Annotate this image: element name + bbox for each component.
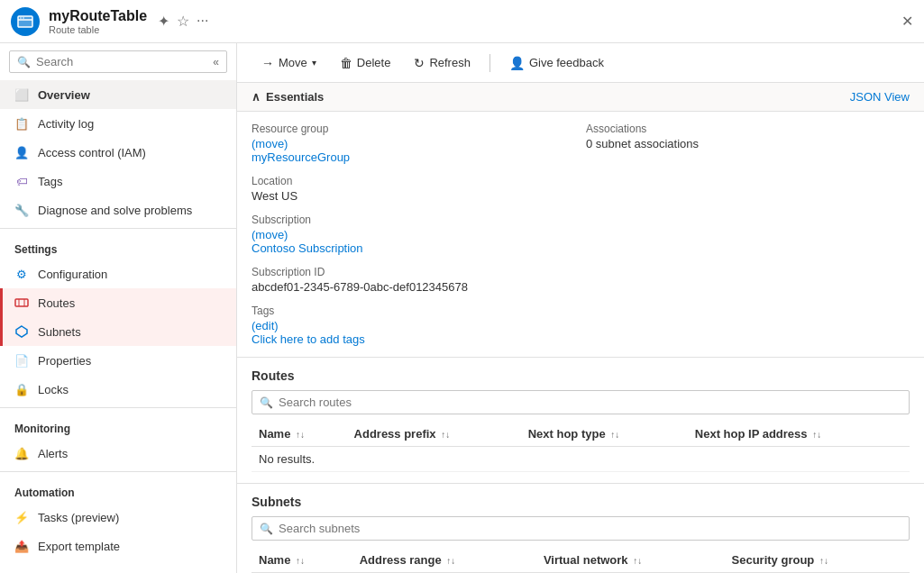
routes-col-name: Name ↑↓ [252, 422, 347, 447]
subnets-col-vnet: Virtual network ↑↓ [536, 548, 725, 573]
sidebar-item-locks[interactable]: 🔒 Locks [0, 375, 236, 404]
sidebar-item-alerts[interactable]: 🔔 Alerts [0, 439, 236, 468]
close-button[interactable]: ✕ [901, 13, 913, 30]
subnets-sort-sg[interactable]: ↑↓ [819, 556, 828, 566]
title-bar: myRouteTable Route table ✦ ☆ ··· ✕ [0, 0, 924, 43]
routes-table-header: Name ↑↓ Address prefix ↑↓ Next hop type … [252, 422, 910, 447]
move-button[interactable]: → Move ▾ [252, 50, 326, 76]
star-icon[interactable]: ☆ [177, 13, 189, 30]
resource-type: Route table [49, 24, 147, 35]
alerts-label: Alerts [38, 447, 68, 460]
routes-icon [14, 296, 29, 310]
divider-monitoring [0, 407, 236, 408]
routes-sort-name[interactable]: ↑↓ [296, 430, 305, 440]
routes-search-input[interactable] [279, 396, 901, 409]
properties-icon: 📄 [14, 353, 29, 368]
svg-point-3 [20, 17, 22, 19]
json-view-link[interactable]: JSON View [850, 90, 910, 104]
search-input[interactable] [36, 55, 213, 68]
subnets-sort-range[interactable]: ↑↓ [446, 556, 455, 566]
subnets-sort-name[interactable]: ↑↓ [296, 556, 305, 566]
routes-table: Name ↑↓ Address prefix ↑↓ Next hop type … [252, 422, 910, 472]
properties-label: Properties [38, 354, 91, 368]
feedback-button[interactable]: 👤 Give feedback [499, 50, 614, 76]
tags-value: (edit) Click here to add tags [252, 319, 575, 346]
tasks-label: Tasks (preview) [38, 511, 119, 524]
sidebar-item-tags[interactable]: 🏷 Tags [0, 167, 236, 196]
automation-label: Automation [0, 476, 236, 503]
sidebar-item-export-template[interactable]: 📤 Export template [0, 532, 236, 560]
resource-group-move-link[interactable]: (move) [252, 137, 288, 150]
essentials-header: ∧ Essentials JSON View [237, 83, 924, 112]
delete-button[interactable]: 🗑 Delete [330, 50, 401, 76]
refresh-label: Refresh [429, 56, 471, 69]
access-control-label: Access control (IAM) [38, 146, 146, 159]
divider-settings [0, 228, 236, 229]
tags-icon: 🏷 [14, 174, 29, 188]
refresh-button[interactable]: ↻ Refresh [404, 50, 480, 76]
sidebar-item-routes[interactable]: Routes [0, 288, 236, 317]
subnets-col-sg: Security group ↑↓ [725, 548, 910, 573]
export-icon: 📤 [14, 539, 29, 553]
subnets-sort-vnet[interactable]: ↑↓ [633, 556, 642, 566]
export-label: Export template [38, 540, 120, 553]
subscription-label: Subscription [252, 214, 575, 226]
tags-edit-link[interactable]: (edit) [252, 319, 279, 332]
subscription-move-link[interactable]: (move) [252, 228, 288, 241]
sidebar-item-overview[interactable]: ⬜ Overview [0, 80, 236, 109]
content-area: → Move ▾ 🗑 Delete ↻ Refresh 👤 Give feedb… [237, 43, 924, 573]
essentials-title: ∧ Essentials [252, 90, 324, 104]
subscription-link[interactable]: Contoso Subscription [252, 241, 363, 255]
empty-right [586, 175, 910, 203]
sidebar-item-activity-log[interactable]: 📋 Activity log [0, 109, 236, 138]
routes-search-field[interactable]: 🔍 [252, 390, 910, 414]
sidebar-item-subnets[interactable]: Subnets [0, 317, 236, 346]
move-dropdown-icon[interactable]: ▾ [312, 58, 316, 68]
subscription-id-item: Subscription ID abcdef01-2345-6789-0abc-… [252, 266, 575, 294]
locks-label: Locks [38, 383, 69, 396]
sidebar: 🔍 « ⬜ Overview 📋 Activity log 👤 Access c… [0, 43, 237, 573]
subnets-col-name: Name ↑↓ [252, 548, 352, 573]
subnets-label: Subnets [38, 325, 81, 339]
subnets-table: Name ↑↓ Address range ↑↓ Virtual network… [252, 548, 910, 573]
feedback-label: Give feedback [529, 56, 604, 69]
sidebar-item-diagnose[interactable]: 🔧 Diagnose and solve problems [0, 196, 236, 224]
search-box[interactable]: 🔍 « [9, 50, 227, 73]
routes-sort-hop-ip[interactable]: ↑↓ [812, 430, 821, 440]
collapse-essentials-icon[interactable]: ∧ [252, 90, 261, 104]
routes-section-title: Routes [252, 368, 910, 383]
resource-group-link[interactable]: myResourceGroup [252, 150, 350, 164]
routes-no-results-row: No results. [252, 447, 910, 472]
tags-add-link[interactable]: Click here to add tags [252, 332, 365, 346]
pin-icon[interactable]: ✦ [158, 13, 169, 30]
routes-sort-prefix[interactable]: ↑↓ [441, 430, 450, 440]
sidebar-item-access-control[interactable]: 👤 Access control (IAM) [0, 138, 236, 167]
title-actions: ✦ ☆ ··· [158, 13, 208, 30]
routes-sort-hop-type[interactable]: ↑↓ [610, 430, 619, 440]
location-value: West US [252, 189, 575, 203]
divider-automation [0, 471, 236, 472]
resource-avatar [11, 7, 40, 36]
toolbar-separator [489, 54, 490, 72]
routes-search-icon: 🔍 [260, 396, 273, 409]
search-icon: 🔍 [17, 56, 31, 68]
activity-log-icon: 📋 [14, 116, 29, 131]
tags-item: Tags (edit) Click here to add tags [252, 305, 575, 346]
collapse-icon[interactable]: « [213, 56, 219, 68]
subnets-table-header: Name ↑↓ Address range ↑↓ Virtual network… [252, 548, 910, 573]
subnets-search-input[interactable] [279, 522, 901, 535]
subnets-search-field[interactable]: 🔍 [252, 516, 910, 541]
sidebar-item-properties[interactable]: 📄 Properties [0, 346, 236, 375]
subnets-icon [14, 324, 29, 339]
configuration-label: Configuration [38, 268, 107, 281]
routes-section: Routes 🔍 Name ↑↓ Address prefix ↑↓ [237, 358, 924, 484]
more-icon[interactable]: ··· [197, 13, 208, 30]
overview-label: Overview [38, 88, 90, 102]
refresh-icon: ↻ [414, 56, 425, 70]
title-text: myRouteTable Route table [49, 8, 147, 35]
sidebar-item-tasks[interactable]: ⚡ Tasks (preview) [0, 503, 236, 532]
sidebar-item-configuration[interactable]: ⚙ Configuration [0, 259, 236, 288]
subnets-search-icon: 🔍 [260, 523, 273, 535]
associations-value: 0 subnet associations [586, 137, 910, 150]
overview-icon: ⬜ [14, 87, 29, 102]
